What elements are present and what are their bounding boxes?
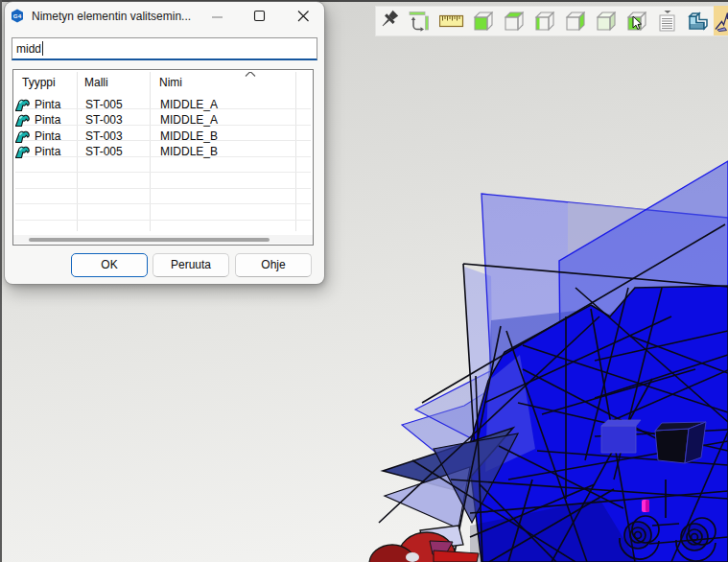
- svg-text:G4: G4: [13, 12, 22, 19]
